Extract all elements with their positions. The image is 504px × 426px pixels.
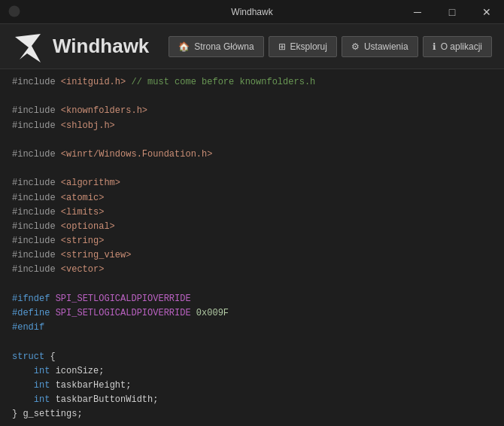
nav-about-button[interactable]: ℹ O aplikacji bbox=[423, 36, 492, 57]
app-header: Windhawk 🏠 Strona Główna ⊞ Eksploruj ⚙ U… bbox=[0, 24, 504, 69]
code-line: #ifndef SPI_SETLOGICALDPIOVERRIDE bbox=[12, 292, 492, 306]
nav-settings-button[interactable]: ⚙ Ustawienia bbox=[342, 36, 418, 57]
minimize-button[interactable]: ─ bbox=[400, 0, 435, 24]
window-controls: ─ □ ✕ bbox=[400, 0, 504, 24]
nav-explore-button[interactable]: ⊞ Eksploruj bbox=[269, 36, 337, 57]
nav-about-label: O aplikacji bbox=[441, 41, 482, 52]
code-line: #include <knownfolders.h> bbox=[12, 104, 492, 118]
code-line: #include <optional> bbox=[12, 220, 492, 234]
app-name: Windhawk bbox=[53, 35, 149, 58]
grid-icon: ⊞ bbox=[278, 41, 286, 52]
logo-icon bbox=[12, 31, 44, 62]
svg-marker-1 bbox=[15, 34, 41, 62]
info-icon: ℹ bbox=[433, 41, 436, 52]
code-line: int iconSize; bbox=[12, 364, 492, 379]
code-line: } g_settings; bbox=[12, 407, 492, 421]
code-line: #include <atomic> bbox=[12, 191, 492, 205]
nav-explore-label: Eksploruj bbox=[290, 41, 327, 52]
code-line: #include <vector> bbox=[12, 263, 492, 277]
logo-area: Windhawk bbox=[12, 31, 169, 62]
title-bar: Windhawk ─ □ ✕ bbox=[0, 0, 504, 24]
nav-home-button[interactable]: 🏠 Strona Główna bbox=[169, 36, 263, 57]
code-line: #include <string> bbox=[12, 234, 492, 248]
maximize-button[interactable]: □ bbox=[435, 0, 469, 24]
gear-icon: ⚙ bbox=[351, 41, 360, 52]
title-bar-label: Windhawk bbox=[231, 7, 272, 17]
nav-home-label: Strona Główna bbox=[194, 41, 254, 52]
close-button[interactable]: ✕ bbox=[469, 0, 504, 24]
code-line: int taskbarButtonWidth; bbox=[12, 393, 492, 407]
code-line: #include <string_view> bbox=[12, 248, 492, 263]
code-line: struct { bbox=[12, 350, 492, 364]
code-editor[interactable]: #include <initguid.h> // must come befor… bbox=[0, 69, 504, 426]
nav-settings-label: Ustawienia bbox=[364, 41, 408, 52]
code-line: #include <winrt/Windows.Foundation.h> bbox=[12, 148, 492, 162]
code-line: #define SPI_SETLOGICALDPIOVERRIDE 0x009F bbox=[12, 306, 492, 321]
code-line: int taskbarHeight; bbox=[12, 379, 492, 393]
nav-buttons: 🏠 Strona Główna ⊞ Eksploruj ⚙ Ustawienia… bbox=[169, 36, 492, 57]
svg-point-0 bbox=[9, 6, 20, 17]
code-line: #include <algorithm> bbox=[12, 176, 492, 190]
code-line: #include <initguid.h> // must come befor… bbox=[12, 75, 492, 90]
code-line: #endif bbox=[12, 321, 492, 335]
home-icon: 🏠 bbox=[178, 41, 190, 52]
code-line: #include <shlobj.h> bbox=[12, 119, 492, 133]
app-icon bbox=[8, 5, 21, 21]
code-line: #include <limits> bbox=[12, 205, 492, 220]
